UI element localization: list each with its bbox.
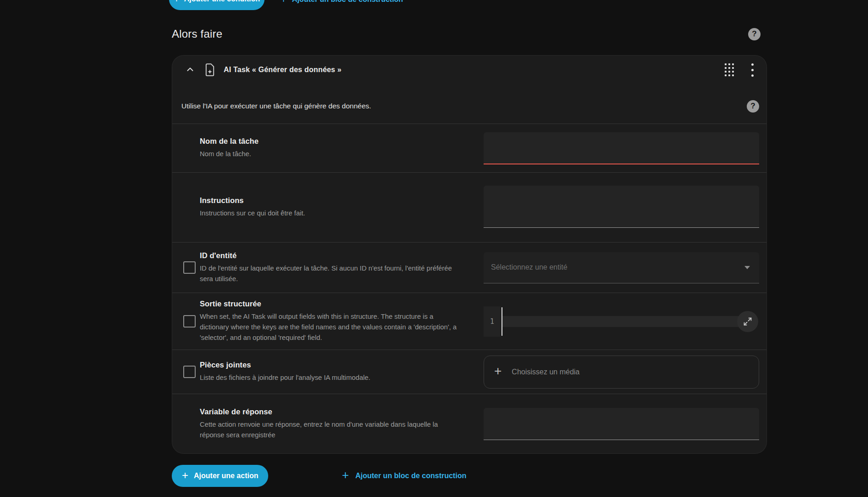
card-title: AI Task « Générer des données »	[224, 66, 342, 74]
attachments-label: Pièces jointes	[200, 361, 463, 369]
media-picker-placeholder: Choisissez un média	[512, 368, 580, 376]
response-variable-labels: Variable de réponse Cette action renvoie…	[200, 407, 484, 441]
editor-gutter: 1	[484, 306, 501, 337]
then-do-section-header: Alors faire ?	[172, 25, 767, 43]
card-description-row: Utilise l'IA pour exécuter une tâche qui…	[172, 84, 767, 124]
plus-icon: +	[342, 468, 349, 482]
instructions-labels: Instructions Instructions sur ce qui doi…	[200, 196, 484, 219]
help-icon[interactable]: ?	[748, 28, 761, 40]
add-building-block-link-top[interactable]: + Ajouter un bloc de construction	[281, 0, 403, 6]
response-variable-row: Variable de réponse Cette action renvoie…	[172, 394, 767, 453]
section-title: Alors faire	[172, 28, 222, 40]
plus-icon: +	[281, 0, 287, 6]
add-building-block-label: Ajouter un bloc de construction	[355, 472, 467, 480]
task-name-helper: Nom de la tâche.	[200, 149, 463, 159]
editor-active-line	[502, 316, 756, 327]
add-condition-label: Ajouter une condition	[184, 0, 260, 3]
plus-icon: +	[174, 0, 180, 5]
add-building-block-label: Ajouter un bloc de construction	[292, 0, 403, 4]
chevron-down-icon	[744, 266, 750, 269]
instructions-label: Instructions	[200, 196, 463, 205]
entity-id-label: ID d'entité	[200, 251, 463, 260]
attachments-labels: Pièces jointes Liste des fichiers à join…	[200, 361, 484, 383]
entity-select[interactable]: Sélectionnez une entité	[484, 252, 759, 283]
task-name-label: Nom de la tâche	[200, 137, 463, 146]
card-description: Utilise l'IA pour exécuter une tâche qui…	[181, 102, 371, 110]
response-variable-label: Variable de réponse	[200, 407, 463, 416]
actions-footer: + Ajouter une action + Ajouter un bloc d…	[172, 465, 466, 487]
attachments-helper: Liste des fichiers à joindre pour l'anal…	[200, 373, 463, 383]
structured-output-checkbox[interactable]	[183, 315, 196, 328]
plus-icon: +	[182, 469, 188, 482]
instructions-helper: Instructions sur ce qui doit être fait.	[200, 208, 463, 219]
collapse-button[interactable]	[183, 63, 197, 77]
editor-line-number: 1	[490, 317, 494, 326]
structured-output-labels: Sortie structurée When set, the AI Task …	[200, 299, 484, 343]
ai-task-action-card: AI Task « Générer des données » Utilise …	[172, 55, 767, 454]
structured-output-helper: When set, the AI Task will output fields…	[200, 311, 463, 343]
attachments-checkbox[interactable]	[183, 366, 196, 378]
response-variable-helper: Cette action renvoie une réponse, entrez…	[200, 419, 463, 441]
entity-id-row: ID d'entité ID de l'entité sur laquelle …	[172, 242, 767, 293]
instructions-row: Instructions Instructions sur ce qui doi…	[172, 172, 767, 242]
task-name-row: Nom de la tâche Nom de la tâche.	[172, 124, 767, 172]
entity-id-labels: ID d'entité ID de l'entité sur laquelle …	[200, 251, 484, 284]
structured-output-label: Sortie structurée	[200, 299, 463, 308]
add-action-button[interactable]: + Ajouter une action	[172, 465, 268, 487]
add-action-label: Ajouter une action	[194, 472, 258, 480]
expand-editor-button[interactable]	[737, 311, 758, 332]
drag-handle-icon[interactable]	[723, 62, 736, 79]
instructions-input[interactable]	[484, 186, 759, 228]
plus-icon: +	[494, 364, 502, 378]
structured-output-row: Sortie structurée When set, the AI Task …	[172, 293, 767, 350]
ai-task-icon	[204, 63, 215, 76]
task-name-labels: Nom de la tâche Nom de la tâche.	[200, 137, 484, 159]
card-header: AI Task « Générer des données »	[172, 56, 767, 84]
add-building-block-link[interactable]: + Ajouter un bloc de construction	[342, 469, 466, 482]
add-condition-button[interactable]: + Ajouter une condition	[169, 0, 265, 10]
response-variable-input[interactable]	[484, 408, 759, 440]
entity-select-placeholder: Sélectionnez une entité	[491, 263, 567, 271]
task-name-input[interactable]	[484, 132, 759, 164]
media-picker[interactable]: + Choisissez un média	[484, 356, 759, 389]
attachments-row: Pièces jointes Liste des fichiers à join…	[172, 350, 767, 394]
help-icon[interactable]: ?	[747, 100, 759, 113]
overflow-menu-icon[interactable]	[748, 61, 757, 79]
entity-id-helper: ID de l'entité sur laquelle exécuter la …	[200, 263, 463, 284]
chevron-up-icon	[185, 65, 195, 75]
expand-icon	[742, 316, 753, 327]
entity-id-checkbox[interactable]	[183, 261, 196, 274]
yaml-editor[interactable]: 1	[484, 306, 759, 337]
